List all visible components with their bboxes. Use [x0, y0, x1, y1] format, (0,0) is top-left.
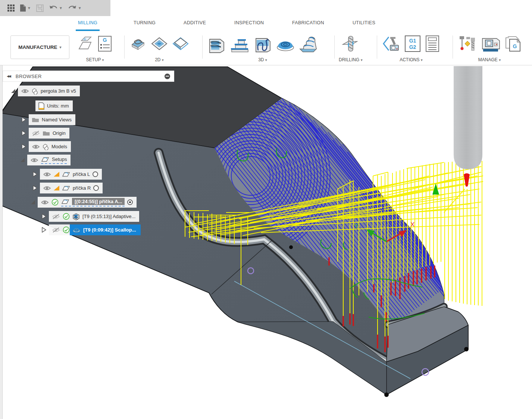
collapsed-arrow-icon[interactable]: [22, 130, 26, 136]
tree-row-units[interactable]: Units: mm: [35, 100, 73, 111]
ribbon: MANUFACTURE ▾ G SETUP ▾ 2D ▾: [0, 32, 532, 65]
tree-row-pricka-a[interactable]: [(0:24:55)] příčka A...: [31, 197, 137, 208]
tree-row-adaptive-op[interactable]: [T9 (0:15:13)] Adaptive...: [42, 211, 139, 222]
simulate-icon[interactable]: [382, 35, 401, 55]
visibility-eye-icon[interactable]: [43, 172, 51, 177]
tree-row-named-views[interactable]: Named Views: [22, 114, 75, 125]
tree-item-label[interactable]: příčka R: [73, 185, 91, 191]
collapsed-arrow-icon[interactable]: [33, 171, 37, 177]
minimize-panel-icon[interactable]: [165, 74, 170, 79]
tree-item-label[interactable]: [T9 (0:15:13)] Adaptive...: [82, 214, 135, 219]
app-grid-icon[interactable]: [7, 4, 15, 12]
visibility-eye-icon[interactable]: [30, 158, 38, 163]
ribbon-divider: [334, 35, 335, 59]
chevron-down-icon[interactable]: ▼: [59, 6, 63, 10]
tab-inspection[interactable]: INSPECTION: [232, 16, 266, 31]
steep-shallow-icon[interactable]: [253, 35, 272, 55]
pocket-clearing-icon[interactable]: [230, 35, 250, 55]
setup-sheet-icon[interactable]: [425, 35, 440, 54]
ribbon-group-label[interactable]: MANAGE ▾: [478, 57, 501, 62]
tree-item-label[interactable]: [T9 (0:09:42)] Scallop...: [83, 227, 136, 233]
browser-title: BROWSER: [16, 74, 165, 79]
viewport-left-edge: [0, 65, 3, 419]
selected-operation[interactable]: [T9 (0:09:42)] Scallop...: [70, 224, 141, 235]
tab-milling[interactable]: MILLING: [76, 16, 100, 31]
post-library-icon[interactable]: G: [504, 35, 522, 55]
tree-item-label[interactable]: Units: mm: [47, 103, 69, 109]
chevron-down-icon: ▾: [60, 46, 62, 49]
2d-pocket-icon[interactable]: [150, 35, 168, 54]
tab-turning[interactable]: TURNING: [131, 16, 158, 31]
tool-shank[interactable]: [454, 66, 482, 169]
ribbon-group-label[interactable]: 2D ▾: [155, 57, 164, 62]
tree-item-label[interactable]: Named Views: [42, 117, 72, 122]
collapsed-arrow-icon[interactable]: [22, 117, 26, 122]
chevron-down-icon[interactable]: ▼: [27, 6, 31, 10]
machine-library-icon[interactable]: [480, 35, 501, 55]
scallop-icon[interactable]: [276, 35, 295, 55]
chevron-down-icon[interactable]: ▼: [78, 6, 82, 10]
ribbon-group-label[interactable]: SETUP ▾: [86, 57, 104, 62]
collapse-panel-icon[interactable]: ◀◀: [7, 74, 10, 78]
ribbon-group-label[interactable]: ACTIONS ▾: [400, 57, 423, 62]
tree-item-label[interactable]: Origin: [53, 130, 66, 136]
tree-row-pricka-l[interactable]: příčka L: [33, 169, 102, 180]
tree-row-pricka-r[interactable]: příčka R: [33, 183, 103, 193]
collapsed-arrow-icon[interactable]: [42, 214, 46, 219]
tree-row-origin[interactable]: Origin: [22, 128, 69, 139]
tree-row-scallop-op[interactable]: [T9 (0:09:42)] Scallop...: [42, 224, 141, 235]
collapsed-arrow-icon[interactable]: [22, 144, 26, 149]
visibility-eye-icon[interactable]: [21, 89, 29, 94]
tab-additive[interactable]: ADDITIVE: [181, 16, 208, 31]
visibility-eye-off-icon[interactable]: [52, 227, 60, 233]
ribbon-group-label[interactable]: DRILLING ▾: [339, 57, 363, 62]
visibility-eye-off-icon[interactable]: [32, 130, 40, 136]
workspace-selector-button[interactable]: MANUFACTURE ▾: [10, 35, 69, 59]
tree-row-setups[interactable]: Setups: [21, 155, 71, 165]
new-setup-icon[interactable]: [78, 35, 94, 53]
adaptive-clearing-icon[interactable]: [207, 35, 227, 55]
ribbon-group-drilling: DRILLING ▾: [339, 35, 363, 62]
nc-program-icon[interactable]: G: [97, 35, 112, 53]
tree-item-label[interactable]: Setups: [52, 156, 67, 162]
active-setup-radio[interactable]: [93, 185, 99, 191]
ribbon-group-label[interactable]: 3D ▾: [258, 57, 267, 62]
post-process-icon[interactable]: G1G2: [404, 35, 421, 54]
component-icon: [32, 88, 38, 94]
expanded-arrow-icon[interactable]: [21, 158, 25, 162]
tool-library-icon[interactable]: [457, 35, 477, 55]
visibility-eye-icon[interactable]: [41, 200, 49, 205]
expanded-arrow-icon[interactable]: [31, 200, 35, 204]
ribbon-divider: [202, 35, 203, 59]
tree-item-label[interactable]: [(0:24:55)] příčka A...: [72, 198, 125, 205]
tree-row-root[interactable]: pergola 3m B v5: [11, 86, 80, 96]
expanded-arrow-icon[interactable]: [11, 89, 15, 93]
visibility-eye-off-icon[interactable]: [52, 214, 60, 219]
undo-icon[interactable]: ▼: [49, 5, 63, 12]
active-setup-radio[interactable]: [127, 199, 133, 205]
visibility-eye-icon[interactable]: [43, 186, 51, 191]
viewport-3d[interactable]: X Y Z: [0, 65, 532, 419]
tab-fabrication[interactable]: FABRICATION: [290, 16, 326, 31]
spiral-icon[interactable]: [298, 35, 318, 55]
redo-icon[interactable]: ▼: [68, 5, 82, 12]
tab-utilities[interactable]: UTILITIES: [350, 16, 378, 31]
tree-item-label[interactable]: příčka L: [73, 171, 90, 177]
units-document-icon: [38, 102, 44, 110]
save-icon[interactable]: [36, 4, 44, 12]
active-setup-radio[interactable]: [93, 171, 98, 177]
ribbon-divider: [453, 35, 453, 59]
new-file-icon[interactable]: ▼: [20, 4, 31, 12]
tree-row-models[interactable]: Models: [22, 141, 71, 152]
setup-icon: [61, 198, 69, 205]
ribbon-group-3d: 3D ▾: [207, 35, 318, 62]
collapsed-arrow-icon[interactable]: [33, 185, 37, 191]
warning-triangle-icon: [54, 172, 59, 177]
collapsed-arrow-icon[interactable]: [42, 227, 46, 233]
drill-icon[interactable]: [341, 35, 360, 56]
visibility-eye-icon[interactable]: [32, 144, 40, 149]
tree-item-label[interactable]: Models: [51, 144, 67, 149]
2d-contour-icon[interactable]: [172, 35, 190, 54]
2d-adaptive-icon[interactable]: [129, 35, 147, 54]
tree-item-label[interactable]: pergola 3m B v5: [41, 88, 76, 94]
